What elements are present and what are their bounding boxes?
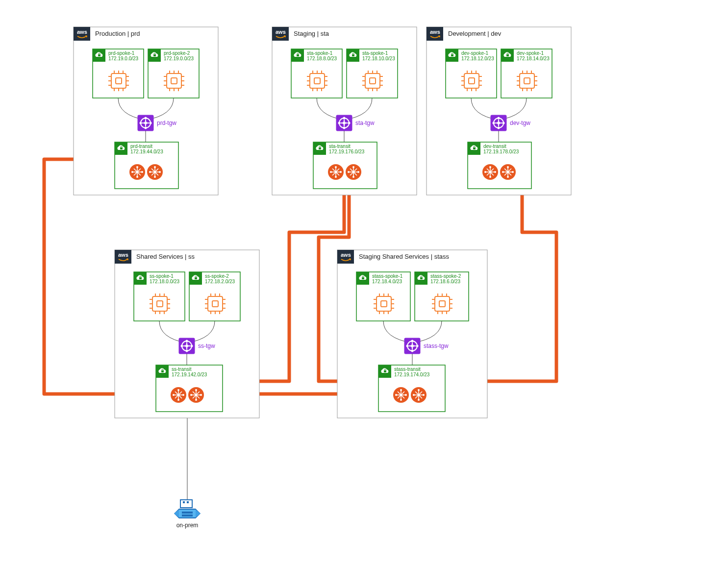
vpc-ss-spoke-2: ss-spoke-2 172.18.2.0/23 bbox=[189, 272, 240, 321]
network-diagram: aws bbox=[0, 0, 728, 588]
svg-text:172.18.14.0/23: 172.18.14.0/23 bbox=[517, 56, 550, 61]
svg-text:Shared Services | ss: Shared Services | ss bbox=[136, 253, 195, 260]
account-stass: Staging Shared Services | stass stass-sp… bbox=[337, 250, 487, 418]
svg-text:172.18.6.0/23: 172.18.6.0/23 bbox=[430, 279, 461, 284]
aws-icon bbox=[74, 27, 90, 41]
onprem-label: on-prem bbox=[176, 522, 199, 529]
svg-text:172.19.178.0/23: 172.19.178.0/23 bbox=[483, 149, 519, 154]
tgw-label: prd-tgw bbox=[157, 120, 176, 126]
vpc-stass-spoke-1: stass-spoke-1 172.18.4.0/23 bbox=[356, 272, 410, 321]
svg-text:ss-transit: ss-transit bbox=[172, 367, 192, 372]
vpc-name: prd-spoke-2 bbox=[164, 50, 190, 56]
svg-text:172.18.12.0/23: 172.18.12.0/23 bbox=[461, 56, 494, 61]
svg-text:ss-tgw: ss-tgw bbox=[198, 343, 215, 349]
svg-text:172.19.142.0/23: 172.19.142.0/23 bbox=[172, 372, 207, 377]
svg-text:dev-spoke-1: dev-spoke-1 bbox=[517, 50, 544, 56]
tgw-icon bbox=[138, 115, 153, 131]
svg-text:172.19.176.0/23: 172.19.176.0/23 bbox=[329, 149, 365, 154]
datacenter-icon bbox=[174, 500, 201, 518]
vpc-cidr: 172.19.0.0/23 bbox=[164, 56, 194, 61]
svg-text:sta-spoke-1: sta-spoke-1 bbox=[307, 50, 333, 56]
svg-text:ss-spoke-1: ss-spoke-1 bbox=[150, 273, 174, 279]
svg-text:sta-spoke-1: sta-spoke-1 bbox=[362, 50, 388, 56]
vpc-prd-spoke-2: prd-spoke-2 172.19.0.0/23 bbox=[148, 49, 199, 98]
vpc-icon bbox=[93, 49, 105, 62]
vpc-dev-spoke-2: dev-spoke-1 172.18.14.0/23 bbox=[501, 49, 552, 98]
svg-text:stass-spoke-2: stass-spoke-2 bbox=[430, 273, 461, 279]
vpc-icon bbox=[148, 49, 161, 62]
vpc-ss-spoke-1: ss-spoke-1 172.18.0.0/23 bbox=[134, 272, 185, 321]
vpc-cidr: 172.19.44.0/23 bbox=[130, 149, 163, 154]
vpc-dev-spoke-1: dev-spoke-1 172.18.12.0/23 bbox=[446, 49, 497, 98]
svg-text:dev-tgw: dev-tgw bbox=[510, 120, 530, 126]
svg-text:stass-tgw: stass-tgw bbox=[424, 343, 449, 349]
vpc-name: prd-transit bbox=[130, 144, 152, 149]
svg-text:sta-tgw: sta-tgw bbox=[355, 120, 375, 126]
svg-text:172.18.10.0/23: 172.18.10.0/23 bbox=[362, 56, 395, 61]
svg-text:dev-spoke-1: dev-spoke-1 bbox=[461, 50, 488, 56]
account-prd: Production | prd prd-spoke-1 172.19.0.0/… bbox=[74, 27, 218, 195]
account-dev: Development | dev dev-spoke-1 172.18.12.… bbox=[427, 27, 571, 195]
svg-text:ss-spoke-2: ss-spoke-2 bbox=[205, 273, 229, 279]
vpc-name: prd-spoke-1 bbox=[108, 50, 135, 56]
svg-text:Staging | sta: Staging | sta bbox=[294, 30, 329, 37]
svg-text:172.19.174.0/23: 172.19.174.0/23 bbox=[394, 372, 430, 377]
vpc-prd-spoke-1: prd-spoke-1 172.19.0.0/23 bbox=[93, 49, 144, 98]
vpc-sta-transit: sta-transit 172.19.176.0/23 bbox=[313, 142, 377, 189]
svg-text:Development | dev: Development | dev bbox=[448, 30, 502, 37]
svg-text:dev-transit: dev-transit bbox=[483, 144, 506, 149]
vpc-sta-spoke-2: sta-spoke-1 172.18.10.0/23 bbox=[347, 49, 398, 98]
vpc-sta-spoke-1: sta-spoke-1 172.18.8.0/23 bbox=[291, 49, 342, 98]
onprem: on-prem bbox=[174, 500, 201, 529]
svg-text:stass-transit: stass-transit bbox=[394, 367, 421, 372]
vpc-prd-transit: prd-transit 172.19.44.0/23 bbox=[115, 142, 178, 189]
svg-text:172.18.0.0/23: 172.18.0.0/23 bbox=[150, 279, 180, 284]
vpc-stass-spoke-2: stass-spoke-2 172.18.6.0/23 bbox=[415, 272, 469, 321]
svg-text:172.18.4.0/23: 172.18.4.0/23 bbox=[372, 279, 402, 284]
svg-text:172.18.8.0/23: 172.18.8.0/23 bbox=[307, 56, 337, 61]
svg-text:stass-spoke-1: stass-spoke-1 bbox=[372, 273, 403, 279]
vpc-dev-transit: dev-transit 172.19.178.0/23 bbox=[468, 142, 531, 189]
vpc-stass-transit: stass-transit 172.19.174.0/23 bbox=[378, 365, 445, 412]
vpc-cidr: 172.19.0.0/23 bbox=[108, 56, 139, 61]
account-ss: Shared Services | ss ss-spoke-1 172.18.0… bbox=[115, 250, 259, 418]
account-title: Production | prd bbox=[95, 30, 140, 37]
account-sta: Staging | sta sta-spoke-1 172.18.8.0/23 … bbox=[272, 27, 417, 195]
svg-text:sta-transit: sta-transit bbox=[329, 144, 351, 149]
svg-text:172.18.2.0/23: 172.18.2.0/23 bbox=[205, 279, 235, 284]
vpc-ss-transit: ss-transit 172.19.142.0/23 bbox=[156, 365, 223, 412]
svg-text:Staging Shared Services | stas: Staging Shared Services | stass bbox=[359, 253, 450, 260]
vpc-icon bbox=[115, 142, 127, 155]
